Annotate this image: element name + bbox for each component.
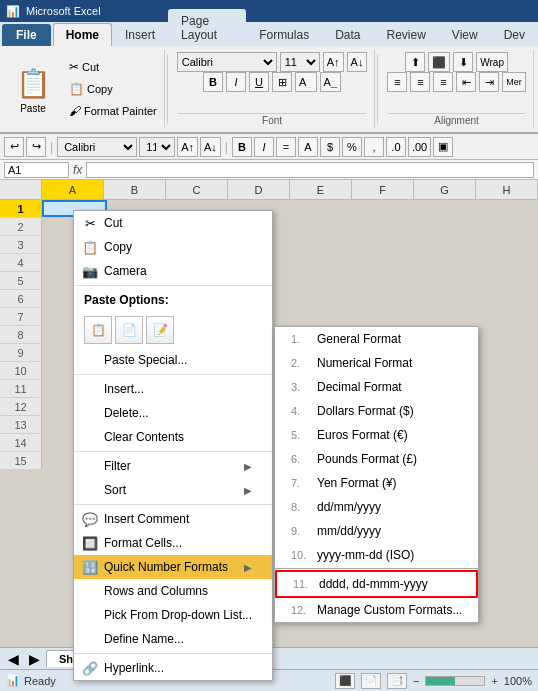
- col-header-g[interactable]: G: [414, 180, 476, 199]
- cell-h6[interactable]: [476, 290, 538, 307]
- cell-f7[interactable]: [352, 308, 414, 325]
- mini-comma-button[interactable]: ,: [364, 137, 384, 157]
- col-header-c[interactable]: C: [166, 180, 228, 199]
- redo-button[interactable]: ↪: [26, 137, 46, 157]
- cell-h8[interactable]: [476, 326, 538, 343]
- row-num-7[interactable]: 7: [0, 308, 42, 325]
- font-name-select[interactable]: Calibri: [177, 52, 277, 72]
- cell-e3[interactable]: [290, 236, 352, 253]
- cut-button[interactable]: ✂ Cut: [64, 57, 162, 77]
- paste-icon-3[interactable]: 📝: [146, 316, 174, 344]
- indent-more-button[interactable]: ⇥: [479, 72, 499, 92]
- cell-e5[interactable]: [290, 272, 352, 289]
- cell-g5[interactable]: [414, 272, 476, 289]
- cell-h12[interactable]: [476, 398, 538, 415]
- submenu-item-2[interactable]: 2. Numerical Format: [275, 351, 478, 375]
- align-middle-button[interactable]: ⬛: [428, 52, 450, 72]
- cell-h10[interactable]: [476, 362, 538, 379]
- cell-h15[interactable]: [476, 452, 538, 469]
- align-left-button[interactable]: ≡: [387, 72, 407, 92]
- page-layout-view-button[interactable]: 📄: [361, 673, 381, 689]
- cell-g3[interactable]: [414, 236, 476, 253]
- cell-h14[interactable]: [476, 434, 538, 451]
- ctx-filter[interactable]: Filter ▶: [74, 454, 272, 478]
- submenu-item-10[interactable]: 10. yyyy-mm-dd (ISO): [275, 543, 478, 567]
- ctx-insert-comment[interactable]: 💬 Insert Comment: [74, 507, 272, 531]
- row-num-8[interactable]: 8: [0, 326, 42, 343]
- mini-shrink-button[interactable]: A↓: [200, 137, 221, 157]
- row-num-3[interactable]: 3: [0, 236, 42, 253]
- submenu-item-1[interactable]: 1. General Format: [275, 327, 478, 351]
- cell-e4[interactable]: [290, 254, 352, 271]
- undo-button[interactable]: ↩: [4, 137, 24, 157]
- cell-h13[interactable]: [476, 416, 538, 433]
- ctx-cut[interactable]: ✂ Cut: [74, 211, 272, 235]
- merge-button[interactable]: Mer: [502, 72, 526, 92]
- indent-less-button[interactable]: ⇤: [456, 72, 476, 92]
- row-num-14[interactable]: 14: [0, 434, 42, 451]
- row-num-2[interactable]: 2: [0, 218, 42, 235]
- cell-h4[interactable]: [476, 254, 538, 271]
- font-size-select[interactable]: 11: [280, 52, 320, 72]
- zoom-plus[interactable]: +: [491, 675, 497, 687]
- submenu-item-9[interactable]: 9. mm/dd/yyyy: [275, 519, 478, 543]
- cell-e6[interactable]: [290, 290, 352, 307]
- align-right-button[interactable]: ≡: [433, 72, 453, 92]
- cell-f1[interactable]: [353, 200, 415, 217]
- align-bottom-button[interactable]: ⬇: [453, 52, 473, 72]
- align-top-button[interactable]: ⬆: [405, 52, 425, 72]
- cell-e1[interactable]: [292, 200, 354, 217]
- submenu-item-6[interactable]: 6. Pounds Format (£): [275, 447, 478, 471]
- mini-italic-button[interactable]: I: [254, 137, 274, 157]
- cell-g6[interactable]: [414, 290, 476, 307]
- ctx-delete[interactable]: Delete...: [74, 401, 272, 425]
- tab-file[interactable]: File: [2, 24, 51, 46]
- cell-h7[interactable]: [476, 308, 538, 325]
- cell-f3[interactable]: [352, 236, 414, 253]
- tab-insert[interactable]: Insert: [112, 23, 168, 46]
- cell-e2[interactable]: [290, 218, 352, 235]
- col-header-d[interactable]: D: [228, 180, 290, 199]
- border-button[interactable]: ⊞: [272, 72, 292, 92]
- submenu-item-12[interactable]: 12. Manage Custom Formats...: [275, 598, 478, 622]
- cell-f5[interactable]: [352, 272, 414, 289]
- mini-eq-button[interactable]: =: [276, 137, 296, 157]
- normal-view-button[interactable]: ⬛: [335, 673, 355, 689]
- row-num-1[interactable]: 1: [0, 200, 42, 217]
- row-num-10[interactable]: 10: [0, 362, 42, 379]
- submenu-item-4[interactable]: 4. Dollars Format ($): [275, 399, 478, 423]
- ctx-clear-contents[interactable]: Clear Contents: [74, 425, 272, 449]
- sheet-nav-left[interactable]: ◀: [4, 651, 23, 667]
- ctx-paste-special[interactable]: Paste Special...: [74, 348, 272, 372]
- cell-h2[interactable]: [476, 218, 538, 235]
- zoom-minus[interactable]: −: [413, 675, 419, 687]
- ctx-camera[interactable]: 📷 Camera: [74, 259, 272, 283]
- tab-page-layout[interactable]: Page Layout: [168, 9, 246, 46]
- cell-g1[interactable]: [415, 200, 477, 217]
- format-painter-button[interactable]: 🖌 Format Painter: [64, 101, 162, 121]
- shrink-font-button[interactable]: A↓: [347, 52, 368, 72]
- cell-f6[interactable]: [352, 290, 414, 307]
- ctx-pick-dropdown[interactable]: Pick From Drop-down List...: [74, 603, 272, 627]
- paste-button[interactable]: 📋 Paste: [8, 60, 58, 119]
- col-header-h[interactable]: H: [476, 180, 538, 199]
- mini-size-select[interactable]: 11: [139, 137, 175, 157]
- mini-bold-button[interactable]: B: [232, 137, 252, 157]
- submenu-item-3[interactable]: 3. Decimal Format: [275, 375, 478, 399]
- tab-review[interactable]: Review: [374, 23, 439, 46]
- row-num-13[interactable]: 13: [0, 416, 42, 433]
- zoom-slider[interactable]: [425, 676, 485, 686]
- cell-h3[interactable]: [476, 236, 538, 253]
- cell-g2[interactable]: [414, 218, 476, 235]
- col-header-a[interactable]: A: [42, 180, 104, 199]
- ctx-hyperlink[interactable]: 🔗 Hyperlink...: [74, 656, 272, 680]
- submenu-item-5[interactable]: 5. Euros Format (€): [275, 423, 478, 447]
- wrap-text-button[interactable]: Wrap: [476, 52, 508, 72]
- submenu-item-7[interactable]: 7. Yen Format (¥): [275, 471, 478, 495]
- row-num-5[interactable]: 5: [0, 272, 42, 289]
- row-num-15[interactable]: 15: [0, 452, 42, 469]
- font-color-button[interactable]: A_: [320, 72, 341, 92]
- tab-view[interactable]: View: [439, 23, 491, 46]
- cell-f4[interactable]: [352, 254, 414, 271]
- grow-font-button[interactable]: A↑: [323, 52, 344, 72]
